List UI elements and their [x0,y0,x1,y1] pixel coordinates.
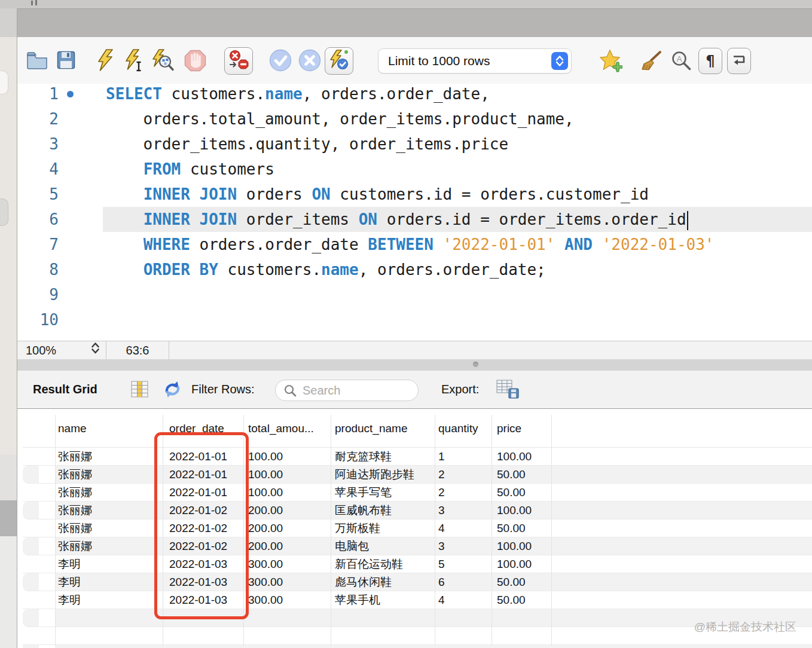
toggle-word-wrap-button[interactable] [727,48,751,74]
table-row[interactable]: 李明2022-01-03300.00新百伦运动鞋5100.00 [23,555,812,573]
explain-plan-button[interactable] [152,49,175,74]
find-button[interactable]: A [671,50,692,74]
rollback-button[interactable] [298,49,321,74]
table-cell[interactable]: 50.00 [497,484,526,501]
table-cell[interactable]: 耐克篮球鞋 [335,448,392,465]
show-invisible-characters-button[interactable]: ¶ [698,48,722,74]
commit-button[interactable] [269,49,292,74]
sql-line[interactable]: 5 INNER JOIN orders ON customers.id = or… [0,182,812,207]
table-cell[interactable]: 100.00 [248,448,283,465]
table-cell[interactable]: 100.00 [497,502,532,519]
sql-line[interactable]: 9 [0,282,812,307]
table-cell[interactable]: 100.00 [497,555,532,573]
table-cell[interactable]: 200.00 [248,502,283,519]
execute-current-statement-button[interactable] [125,49,143,74]
sql-token [593,236,602,253]
table-cell[interactable]: 4 [438,519,445,537]
table-cell[interactable]: 50.00 [497,466,526,483]
table-cell[interactable]: 300.00 [248,591,283,609]
table-cell[interactable]: 2 [438,466,445,483]
splitter-handle-icon[interactable] [473,362,478,367]
table-cell[interactable]: 张丽娜 [58,484,92,501]
table-cell[interactable]: 200.00 [248,537,283,555]
table-cell[interactable]: 新百伦运动鞋 [335,555,403,573]
sql-line[interactable]: 6 INNER JOIN order_items ON orders.id = … [0,207,812,232]
table-cell[interactable]: 300.00 [248,573,283,591]
table-row[interactable]: 张丽娜2022-01-02200.00电脑包3100.00 [23,537,812,555]
mysql-workbench-window: Limit to 1000 rows A ¶ 1SELECT customers… [0,0,812,648]
column-header[interactable]: product_name [335,418,407,439]
column-header[interactable]: quantity [438,418,478,439]
table-cell[interactable]: 100.00 [248,466,283,483]
table-cell[interactable]: 匡威帆布鞋 [335,502,392,519]
table-cell[interactable]: 3 [438,502,445,519]
table-cell[interactable]: 张丽娜 [58,448,92,465]
sql-line[interactable]: 10 [0,307,812,332]
refresh-button[interactable] [163,380,182,402]
table-cell[interactable]: 50.00 [497,573,526,591]
table-row[interactable]: 李明2022-01-03300.00彪马休闲鞋650.00 [23,573,812,591]
save-script-button[interactable] [57,51,75,72]
table-row[interactable]: 张丽娜2022-01-01100.00阿迪达斯跑步鞋250.00 [23,466,812,484]
table-cell[interactable]: 张丽娜 [58,519,92,537]
table-cell[interactable]: 100.00 [248,484,283,501]
table-cell[interactable]: 300.00 [248,555,283,573]
column-header[interactable]: name [58,418,87,439]
sql-line[interactable]: 4 FROM customers [0,157,812,182]
table-cell[interactable]: 6 [438,573,445,591]
table-row[interactable]: 李明2022-01-03300.00苹果手机450.00 [23,591,812,609]
table-row[interactable]: 张丽娜2022-01-02200.00匡威帆布鞋3100.00 [23,502,812,519]
table-cell[interactable]: 2 [438,484,445,501]
table-cell[interactable]: 苹果手写笔 [335,484,392,501]
filter-search-field[interactable] [275,380,419,401]
table-cell[interactable]: 苹果手机 [335,591,380,609]
table-cell[interactable]: 100.00 [497,537,532,555]
new-snippet-button[interactable] [600,50,622,75]
sql-line[interactable]: 1SELECT customers.name, orders.order_dat… [0,81,812,106]
table-cell[interactable]: 张丽娜 [58,537,92,555]
sql-line[interactable]: 8 ORDER BY customers.name, orders.order_… [0,257,812,282]
table-cell[interactable]: 李明 [58,591,81,609]
sql-line[interactable]: 3 order_items.quantity, order_items.pric… [0,132,812,157]
sql-line[interactable]: 2 orders.total_amount, order_items.produ… [0,106,812,132]
limit-rows-select[interactable]: Limit to 1000 rows [378,48,572,74]
column-header[interactable]: price [497,418,521,439]
toggle-autocommit-button[interactable] [325,47,353,75]
stop-query-button[interactable] [184,50,206,74]
open-script-button[interactable] [26,51,48,72]
table-row[interactable]: 张丽娜2022-01-02200.00万斯板鞋450.00 [23,519,812,537]
filter-rows-label: Filter Rows: [191,371,255,408]
table-cell[interactable]: 张丽娜 [58,466,92,483]
table-row[interactable]: 张丽娜2022-01-01100.00苹果手写笔250.00 [23,484,812,502]
table-cell[interactable]: 1 [438,448,445,465]
table-cell[interactable]: 万斯板鞋 [335,519,380,537]
table-cell[interactable]: 张丽娜 [58,502,92,519]
table-cell[interactable]: 彪马休闲鞋 [335,573,392,591]
table-cell[interactable]: 4 [438,591,445,609]
zoom-control[interactable]: 100% [17,341,106,359]
table-row[interactable] [23,645,812,648]
table-cell[interactable]: 李明 [58,555,81,573]
export-button[interactable] [496,380,519,402]
zoom-stepper-icon[interactable] [91,341,100,360]
row-gutter [39,573,55,591]
sql-token [434,236,443,253]
table-cell[interactable]: 5 [438,555,445,573]
grid-view-button[interactable] [131,381,148,400]
pane-splitter[interactable] [17,359,812,371]
table-cell[interactable]: 50.00 [497,519,526,537]
execute-button[interactable] [97,49,114,74]
table-cell[interactable]: 100.00 [497,448,532,465]
beautify-sql-button[interactable] [641,50,663,74]
sql-line[interactable]: 7 WHERE orders.order_date BETWEEN '2022-… [0,232,812,257]
toggle-stop-on-error-button[interactable] [224,47,253,75]
search-input[interactable] [301,383,462,398]
table-cell[interactable]: 50.00 [497,591,526,609]
table-row[interactable]: 张丽娜2022-01-01100.00耐克篮球鞋1100.00 [23,448,812,466]
table-cell[interactable]: 3 [438,537,445,555]
table-cell[interactable]: 阿迪达斯跑步鞋 [335,466,414,483]
table-cell[interactable]: 200.00 [248,519,283,537]
table-cell[interactable]: 李明 [58,573,81,591]
table-cell[interactable]: 电脑包 [335,537,369,555]
column-header[interactable]: total_amou... [248,418,314,439]
